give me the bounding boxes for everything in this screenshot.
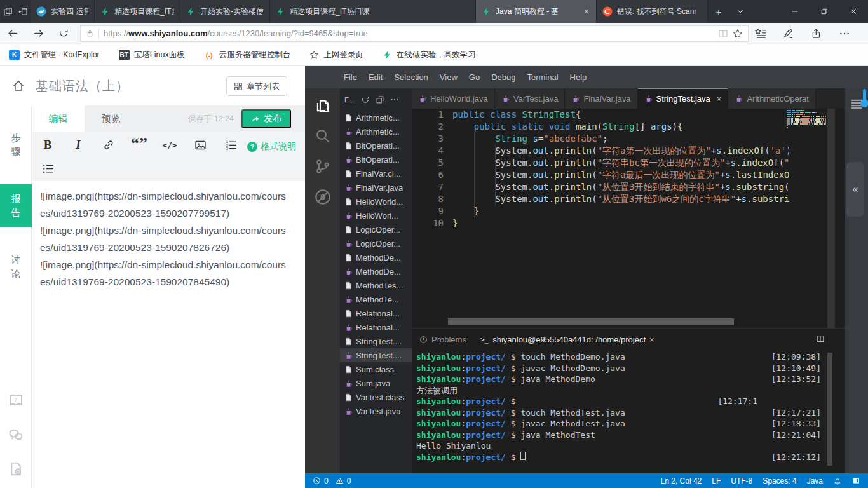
file-tree-item[interactable]: FinalVar.cl... [340, 166, 412, 180]
feedback-panel-icon[interactable] [852, 477, 860, 485]
file-tree-item[interactable]: VarTest.java [340, 404, 412, 418]
refresh-icon[interactable] [361, 95, 370, 104]
refresh-icon[interactable] [51, 29, 76, 39]
editor-tab[interactable]: HelloWorld.java [412, 88, 495, 109]
status-item[interactable]: Java [807, 477, 823, 485]
file-tree-item[interactable]: MethodTe... [340, 292, 412, 306]
help-book-icon[interactable]: ? [8, 393, 24, 408]
menu-view[interactable]: View [434, 72, 463, 82]
tab-preview[interactable]: 预览 [85, 105, 137, 132]
file-tree-item[interactable]: Arithmetic... [340, 111, 412, 125]
new-tab-button[interactable]: + [708, 0, 729, 23]
ordered-list-icon[interactable]: 123 [224, 138, 238, 152]
browser-tab[interactable]: 开始实验-实验楼使用指 [180, 0, 270, 23]
editor-tab[interactable]: StringTest.java× [638, 88, 729, 109]
source-control-icon[interactable] [312, 156, 334, 177]
menu-go[interactable]: Go [463, 72, 485, 82]
file-tree-item[interactable]: LogicOper... [340, 236, 412, 250]
favorite-star-icon[interactable] [733, 29, 743, 39]
file-tree-item[interactable]: LogicOper... [340, 222, 412, 236]
menu-file[interactable]: File [338, 72, 363, 82]
file-tree-item[interactable]: Sum.java [340, 376, 412, 390]
image-icon[interactable] [193, 138, 207, 152]
close-tab-icon[interactable]: × [583, 6, 590, 17]
tab-list-chevron-icon[interactable] [729, 0, 751, 23]
restore-button[interactable] [810, 0, 839, 23]
terminal-scrollbar[interactable] [827, 353, 832, 466]
file-tree-item[interactable]: MethodDe... [340, 264, 412, 278]
bookmark-item[interactable]: 上网登录页 [309, 50, 363, 60]
bookmark-item[interactable]: K文件管理 - KodExplor [9, 50, 100, 60]
favorites-list-icon[interactable] [755, 28, 766, 39]
file-tree-item[interactable]: BitOperati... [340, 152, 412, 166]
url-field[interactable]: https://www.shiyanlou.com/courses/1230/l… [80, 25, 749, 42]
file-tree-item[interactable]: HelloWorl... [340, 208, 412, 222]
tab-terminal[interactable]: >_ shiyanlou@e955540a441d: /home/project… [480, 335, 654, 344]
file-tree-item[interactable]: FinalVar.java [340, 180, 412, 194]
debug-icon[interactable] [312, 186, 334, 208]
browser-tab[interactable]: 精选项目课程_IT热门课 [270, 0, 476, 23]
home-icon[interactable] [11, 79, 25, 93]
split-panel-icon[interactable] [816, 334, 825, 343]
file-tree-item[interactable]: BitOperati... [340, 139, 412, 152]
close-tab-icon[interactable]: × [717, 94, 722, 104]
link-icon[interactable] [102, 138, 116, 152]
editor-horizontal-scrollbar[interactable] [448, 318, 734, 325]
sidebar-tab-讨论[interactable]: 讨论 [0, 245, 32, 288]
annotate-pen-icon[interactable] [783, 28, 794, 39]
more-menu-icon[interactable] [839, 28, 850, 39]
menu-debug[interactable]: Debug [485, 72, 521, 82]
browser-tab[interactable]: Java 简明教程 - 基× [476, 0, 597, 23]
format-help-link[interactable]: ? 格式说明 [247, 141, 296, 152]
file-tree-item[interactable]: MethodTes... [340, 278, 412, 292]
close-terminal-icon[interactable]: × [649, 335, 654, 344]
browser-tab[interactable]: 错误: 找不到符号 Scanr [597, 0, 708, 23]
report-delete-icon[interactable] [8, 461, 24, 477]
browser-tab[interactable]: 实验四 运算符重载 [31, 0, 95, 23]
share-icon[interactable] [811, 28, 822, 39]
status-item[interactable]: Ln 2, Col 42 [661, 477, 702, 485]
back-icon[interactable] [0, 28, 25, 39]
file-tree-item[interactable]: Relational... [340, 320, 412, 334]
menu-terminal[interactable]: Terminal [521, 72, 564, 82]
markdown-textarea[interactable]: ![image.png](https://dn-simplecloud.shiy… [32, 181, 305, 488]
unordered-list-icon[interactable] [41, 161, 55, 175]
tab-preview-icon[interactable] [3, 7, 13, 17]
files-icon[interactable] [312, 95, 334, 116]
sidebar-tab-报告[interactable]: 报告 [0, 184, 32, 227]
editor-vertical-scrollbar[interactable] [827, 109, 835, 328]
set-tabs-aside-icon[interactable] [18, 7, 28, 17]
status-item[interactable]: LF [712, 477, 721, 485]
search-icon[interactable] [312, 125, 334, 147]
file-tree-item[interactable]: VarTest.class [340, 390, 412, 404]
bookmark-item[interactable]: (-)云服务器管理控制台 [204, 50, 291, 60]
code-editor[interactable]: 1public class StringTest{2 public static… [412, 109, 845, 328]
quote-icon[interactable]: “” [132, 138, 146, 152]
status-item[interactable]: UTF-8 [731, 477, 752, 485]
bold-icon[interactable]: B [41, 138, 55, 152]
code-icon[interactable]: </> [163, 138, 177, 152]
editor-tab[interactable]: VarTest.java [495, 88, 566, 109]
bell-icon[interactable] [833, 477, 842, 485]
file-tree-item[interactable]: StringTest.... [340, 348, 412, 362]
reading-view-icon[interactable] [718, 29, 728, 39]
editor-tab[interactable]: ArithmeticOperat [728, 88, 816, 109]
terminal-output[interactable]: shiyanlou:project/ $ touch MethodDemo.ja… [416, 351, 821, 463]
minimize-button[interactable] [780, 0, 810, 23]
bookmark-item[interactable]: BT宝塔Linux面板 [119, 50, 185, 60]
file-tree-item[interactable]: StringTest.... [340, 334, 412, 348]
file-tree-item[interactable]: HelloWorld... [340, 194, 412, 208]
collapse-all-icon[interactable] [376, 95, 384, 104]
publish-button[interactable]: 发布 [241, 109, 291, 128]
bookmark-item[interactable]: 在线做实验，高效学习 [383, 50, 476, 60]
wechat-icon[interactable] [8, 427, 24, 442]
file-tree-item[interactable]: Arithmetic... [340, 125, 412, 139]
menu-help[interactable]: Help [564, 72, 593, 82]
menu-selection[interactable]: Selection [388, 72, 433, 82]
collapse-panel-handle[interactable]: « [846, 162, 864, 217]
close-window-button[interactable] [839, 0, 868, 23]
more-icon[interactable] [390, 95, 399, 104]
file-tree-item[interactable]: Sum.class [340, 362, 412, 376]
chapter-list-button[interactable]: 章节列表 [226, 76, 287, 96]
file-tree-item[interactable]: MethodDe... [340, 250, 412, 264]
